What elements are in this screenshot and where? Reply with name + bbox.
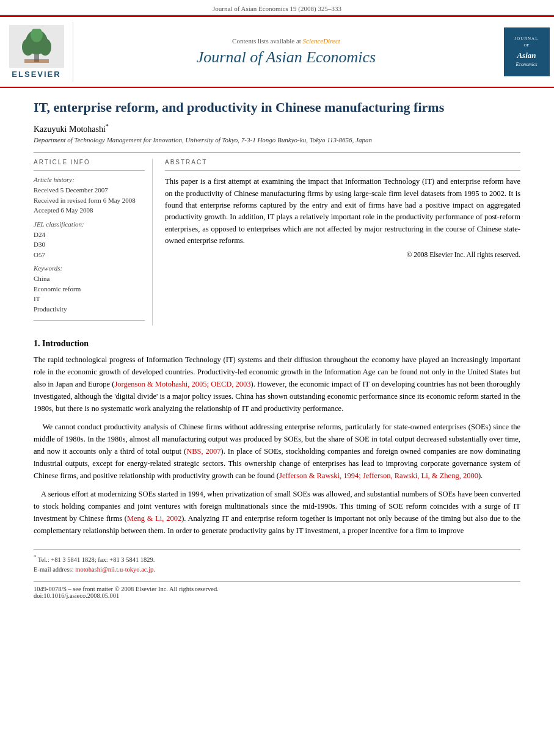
logo-asian-text: Asian	[517, 50, 536, 61]
history-label: Article history:	[34, 176, 145, 183]
keywords-label: Keywords:	[34, 264, 145, 272]
sciencedirect-link[interactable]: ScienceDirect	[303, 37, 340, 45]
section1-title: 1. Introduction	[34, 339, 520, 349]
elsevier-image	[9, 25, 64, 68]
elsevier-tree-icon	[15, 29, 58, 64]
elsevier-brand-text: ELSEVIER	[12, 70, 60, 79]
journal-logo-image: JOURNAL OF Asian Economics	[504, 27, 550, 76]
sciencedirect-line: Contents lists available at ScienceDirec…	[232, 37, 340, 45]
jel-o57: O57	[34, 250, 145, 260]
footer-issn: 1049-0078/$ – see front matter © 2008 El…	[34, 586, 520, 592]
section1-para2: We cannot conduct productivity analysis …	[34, 421, 520, 482]
journal-logo-box: JOURNAL OF Asian Economics	[499, 22, 554, 82]
journal-ref: Journal of Asian Economics 19 (2008) 325…	[213, 5, 341, 12]
abstract-col: ABSTRACT This paper is a first attempt a…	[165, 159, 520, 325]
keyword-china: China	[34, 274, 145, 284]
header-divider	[34, 152, 520, 153]
journal-ref-bar: Journal of Asian Economics 19 (2008) 325…	[0, 0, 554, 15]
paper-author: Kazuyuki Motohashi*	[34, 123, 520, 134]
accepted-date: Accepted 6 May 2008	[34, 205, 145, 216]
footer-doi: doi:10.1016/j.asieco.2008.05.001	[34, 592, 520, 599]
abstract-divider	[165, 170, 520, 171]
ref-jorgenson[interactable]: Jorgenson & Motohashi, 2005; OECD, 2003	[114, 380, 250, 388]
keyword-it: IT	[34, 294, 145, 304]
journal-header: ELSEVIER Contents lists available at Sci…	[0, 17, 554, 88]
author-email[interactable]: motohashi@nii.t.u-tokyo.ac.jp.	[75, 566, 155, 573]
paper-title: IT, enterprise reform, and productivity …	[34, 99, 520, 117]
section1-para3: A serious effort at modernizing SOEs sta…	[34, 488, 520, 537]
svg-point-3	[22, 38, 34, 56]
journal-title-center: Contents lists available at ScienceDirec…	[73, 22, 499, 82]
ref-nbs[interactable]: NBS, 2007	[186, 447, 221, 456]
article-info-divider	[34, 170, 145, 171]
article-info-col: ARTICLE INFO Article history: Received 5…	[34, 159, 153, 325]
logo-journal-text: JOURNAL	[515, 36, 539, 42]
keyword-productivity: Productivity	[34, 304, 145, 314]
jel-d30: D30	[34, 239, 145, 250]
paper-affiliation: Department of Technology Management for …	[34, 136, 520, 144]
logo-of-text: OF	[524, 43, 530, 49]
footnote-sup: *	[34, 554, 36, 560]
received-date: Received 5 December 2007	[34, 185, 145, 195]
author-sup: *	[106, 123, 109, 129]
copyright-line: © 2008 Elsevier Inc. All rights reserved…	[165, 251, 520, 258]
ref-meng[interactable]: Meng & Li, 2002	[127, 514, 181, 523]
article-info-label: ARTICLE INFO	[34, 159, 145, 165]
elsevier-logo-block: ELSEVIER	[0, 22, 73, 82]
abstract-label: ABSTRACT	[165, 159, 520, 165]
logo-economics-text: Economics	[516, 61, 537, 68]
ref-jefferson[interactable]: Jefferson & Rawski, 1994; Jefferson, Raw…	[279, 471, 478, 480]
footnote-section: * Tel.: +81 3 5841 1828; fax: +81 3 5841…	[34, 549, 520, 574]
footer-bar: 1049-0078/$ – see front matter © 2008 El…	[34, 581, 520, 599]
left-col-bottom-divider	[34, 320, 145, 321]
section1-para1: The rapid technological progress of Info…	[34, 354, 520, 415]
journal-main-title: Journal of Asian Economics	[197, 48, 376, 67]
svg-point-4	[39, 38, 51, 56]
jel-label: JEL classification:	[34, 220, 145, 228]
keyword-economic-reform: Economic reform	[34, 284, 145, 294]
paper-content: IT, enterprise reform, and productivity …	[0, 88, 554, 611]
jel-d24: D24	[34, 230, 145, 240]
svg-rect-6	[24, 59, 49, 63]
footnote-text: * Tel.: +81 3 5841 1828; fax: +81 3 5841…	[34, 553, 520, 574]
article-info-abstract: ARTICLE INFO Article history: Received 5…	[34, 159, 520, 325]
abstract-text: This paper is a first attempt at examini…	[165, 176, 520, 247]
revised-date: Received in revised form 6 May 2008	[34, 195, 145, 206]
